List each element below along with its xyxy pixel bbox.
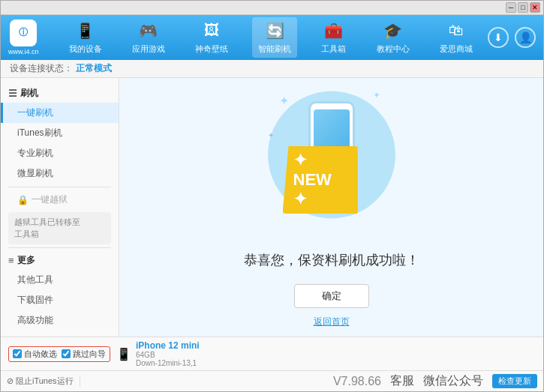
minimize-button[interactable]: ─ bbox=[506, 2, 516, 13]
itunes-flash-label: iTunes刷机 bbox=[17, 127, 62, 138]
nav-items: 📱 我的设备 🎮 应用游戏 🖼 神奇壁纸 🔄 智能刷机 🧰 工具箱 🎓 bbox=[54, 17, 488, 58]
auto-connect-checkbox-label: 自动敛选 bbox=[13, 349, 57, 360]
wechat-link[interactable]: 微信公众号 bbox=[423, 373, 483, 389]
nav-toolbox[interactable]: 🧰 工具箱 bbox=[315, 17, 352, 58]
new-banner: ✦ NEW ✦ bbox=[283, 146, 358, 214]
success-text: 恭喜您，保资料刷机成功啦！ bbox=[244, 251, 419, 269]
logo-text: ⓘ bbox=[19, 26, 28, 39]
customer-service-link[interactable]: 客服 bbox=[390, 373, 414, 389]
logo-icon: ⓘ bbox=[10, 19, 37, 46]
maximize-button[interactable]: □ bbox=[518, 2, 528, 13]
store-icon: 🛍 bbox=[446, 20, 467, 41]
app-window: ─ □ ✕ ⓘ www.i4.cn 📱 我的设备 🎮 应用游戏 🖼 神奇壁纸 bbox=[0, 0, 544, 392]
bottom-area: 自动敛选 跳过向导 📱 iPhone 12 mini 64GB Down-12m… bbox=[1, 337, 543, 391]
title-bar: ─ □ ✕ bbox=[1, 1, 543, 15]
more-section-icon: ≡ bbox=[8, 255, 14, 266]
nav-tutorial[interactable]: 🎓 教程中心 bbox=[371, 17, 416, 58]
device-model: Down-12mini-13,1 bbox=[136, 359, 200, 367]
jailbreak-label: 一键越狱 bbox=[32, 193, 68, 206]
one-key-flash-label: 一键刷机 bbox=[17, 107, 53, 118]
repair-flash-label: 微显刷机 bbox=[17, 168, 53, 178]
status-bar: 设备连接状态： 正常模式 bbox=[1, 60, 543, 79]
stop-itunes-button[interactable]: ⊘ 阻止iTunes运行 bbox=[7, 376, 80, 387]
stop-itunes-icon: ⊘ bbox=[7, 376, 14, 386]
sparkle-2: ✦ bbox=[373, 90, 380, 100]
my-device-icon: 📱 bbox=[75, 20, 96, 41]
header-right: ⬇ 👤 bbox=[488, 27, 536, 48]
header: ⓘ www.i4.cn 📱 我的设备 🎮 应用游戏 🖼 神奇壁纸 🔄 智能刷机 bbox=[1, 15, 543, 59]
device-details: iPhone 12 mini 64GB Down-12mini-13,1 bbox=[136, 340, 200, 367]
sparkle-3: ✦ bbox=[268, 131, 274, 139]
sidebar-item-other-tools[interactable]: 其他工具 bbox=[1, 270, 119, 290]
nav-smart-flash-label: 智能刷机 bbox=[258, 43, 291, 55]
other-tools-label: 其他工具 bbox=[17, 274, 53, 285]
skip-wizard-label: 跳过向导 bbox=[73, 349, 106, 360]
wallpaper-icon: 🖼 bbox=[201, 20, 222, 41]
nav-my-device-label: 我的设备 bbox=[69, 43, 102, 55]
jailbreak-note-text: 越狱工具已转移至工具箱 bbox=[14, 217, 80, 238]
device-section: 📱 iPhone 12 mini 64GB Down-12mini-13,1 bbox=[116, 340, 536, 367]
new-banner-text: ✦ NEW ✦ bbox=[293, 151, 332, 208]
confirm-button-label: 确定 bbox=[322, 289, 341, 303]
sidebar-item-repair-flash[interactable]: 微显刷机 bbox=[1, 163, 119, 184]
nav-wallpaper-label: 神奇壁纸 bbox=[195, 43, 228, 55]
nav-smart-flash[interactable]: 🔄 智能刷机 bbox=[252, 17, 297, 58]
stop-itunes-label: 阻止iTunes运行 bbox=[16, 376, 74, 387]
sidebar-item-download-firmware[interactable]: 下载固件 bbox=[1, 290, 119, 310]
device-storage: 64GB bbox=[136, 351, 200, 359]
title-bar-buttons: ─ □ ✕ bbox=[506, 2, 540, 13]
logo-area: ⓘ www.i4.cn bbox=[8, 19, 39, 55]
advanced-label: 高级功能 bbox=[17, 315, 53, 325]
pro-flash-label: 专业刷机 bbox=[17, 148, 53, 158]
flash-section-label: 刷机 bbox=[20, 87, 38, 100]
nav-toolbox-label: 工具箱 bbox=[321, 43, 346, 55]
sidebar-item-pro-flash[interactable]: 专业刷机 bbox=[1, 143, 119, 163]
download-button[interactable]: ⬇ bbox=[488, 27, 509, 48]
phone-illustration: ✦ ✦ ✦ ✦ NEW ✦ bbox=[257, 86, 407, 236]
version-label: V7.98.66 bbox=[333, 375, 381, 388]
main-layout: ☰ 刷机 一键刷机 iTunes刷机 专业刷机 微显刷机 🔒 一键越狱 bbox=[1, 78, 543, 337]
sidebar-item-itunes-flash[interactable]: iTunes刷机 bbox=[1, 123, 119, 143]
nav-apps-label: 应用游戏 bbox=[132, 43, 165, 55]
device-name: iPhone 12 mini bbox=[136, 340, 200, 351]
skip-wizard-checkbox-label: 跳过向导 bbox=[62, 349, 106, 360]
bottom-device-row: 自动敛选 跳过向导 📱 iPhone 12 mini 64GB Down-12m… bbox=[1, 337, 543, 370]
skip-wizard-checkbox[interactable] bbox=[62, 349, 71, 358]
nav-store-label: 爱思商城 bbox=[440, 43, 473, 55]
close-button[interactable]: ✕ bbox=[530, 2, 540, 13]
nav-apps[interactable]: 🎮 应用游戏 bbox=[126, 17, 171, 58]
apps-icon: 🎮 bbox=[138, 20, 159, 41]
content-area: ✦ ✦ ✦ ✦ NEW ✦ 恭喜您，保资料刷机成功啦！ 确定 bbox=[119, 78, 543, 337]
sidebar-section-more: ≡ 更多 bbox=[1, 251, 119, 270]
nav-my-device[interactable]: 📱 我的设备 bbox=[63, 17, 108, 58]
confirm-button[interactable]: 确定 bbox=[294, 284, 369, 308]
sidebar-item-one-key-flash[interactable]: 一键刷机 bbox=[1, 103, 119, 123]
smart-flash-icon: 🔄 bbox=[264, 20, 285, 41]
status-value: 正常模式 bbox=[76, 62, 112, 75]
bottom-status-row: ⊘ 阻止iTunes运行 V7.98.66 客服 微信公众号 检查更新 bbox=[1, 370, 543, 391]
jailbreak-note: 越狱工具已转移至工具箱 bbox=[8, 212, 111, 244]
divider-1 bbox=[8, 187, 111, 187]
sidebar-section-jailbreak: 🔒 一键越狱 bbox=[1, 190, 119, 209]
download-firmware-label: 下载固件 bbox=[17, 295, 53, 305]
update-button[interactable]: 检查更新 bbox=[492, 374, 537, 388]
auto-connect-label: 自动敛选 bbox=[24, 349, 57, 360]
more-section-label: 更多 bbox=[17, 254, 35, 267]
device-icon: 📱 bbox=[116, 347, 131, 361]
status-label: 设备连接状态： bbox=[10, 62, 73, 75]
back-home-link[interactable]: 返回首页 bbox=[314, 316, 350, 328]
divider-2 bbox=[8, 247, 111, 248]
sparkle-1: ✦ bbox=[279, 94, 289, 108]
lock-icon: 🔒 bbox=[17, 195, 29, 205]
auto-connect-checkbox[interactable] bbox=[13, 349, 22, 358]
sidebar-item-advanced[interactable]: 高级功能 bbox=[1, 310, 119, 331]
sidebar: ☰ 刷机 一键刷机 iTunes刷机 专业刷机 微显刷机 🔒 一键越狱 bbox=[1, 78, 119, 337]
toolbox-icon: 🧰 bbox=[323, 20, 344, 41]
sidebar-section-flash: ☰ 刷机 bbox=[1, 84, 119, 103]
user-button[interactable]: 👤 bbox=[515, 27, 536, 48]
nav-store[interactable]: 🛍 爱思商城 bbox=[434, 17, 479, 58]
tutorial-icon: 🎓 bbox=[383, 20, 404, 41]
flash-section-icon: ☰ bbox=[8, 88, 17, 99]
checkbox-group: 自动敛选 跳过向导 bbox=[8, 346, 110, 362]
nav-wallpaper[interactable]: 🖼 神奇壁纸 bbox=[189, 17, 234, 58]
